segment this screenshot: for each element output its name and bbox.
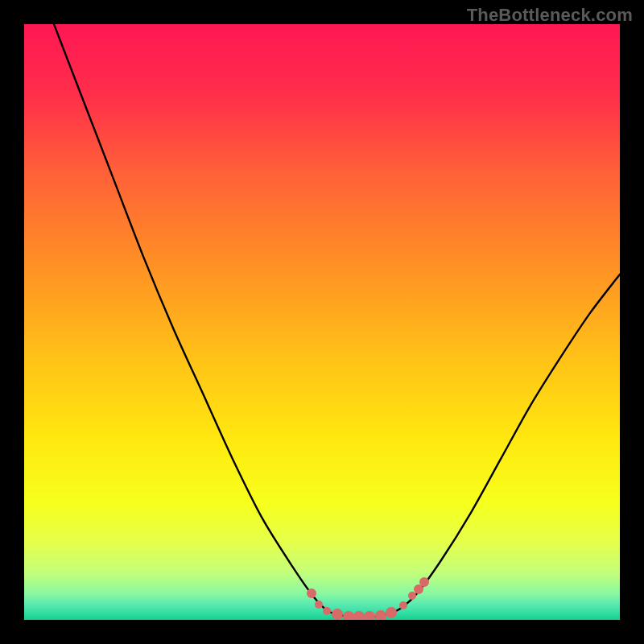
- curve-marker: [386, 607, 397, 618]
- plot-area: [24, 24, 620, 620]
- curve-marker: [332, 609, 343, 620]
- curve-marker: [408, 592, 416, 600]
- svg-rect-0: [24, 24, 620, 620]
- curve-marker: [307, 588, 316, 598]
- outer-frame: TheBottleneck.com: [0, 0, 644, 644]
- curve-marker: [399, 601, 407, 609]
- curve-marker: [323, 607, 331, 615]
- background-gradient: [24, 24, 620, 620]
- curve-marker: [353, 611, 365, 620]
- watermark-text: TheBottleneck.com: [467, 5, 633, 26]
- curve-marker: [364, 611, 375, 620]
- curve-marker: [375, 610, 386, 620]
- curve-marker: [315, 601, 323, 609]
- curve-marker: [419, 577, 429, 587]
- curve-marker: [343, 611, 354, 620]
